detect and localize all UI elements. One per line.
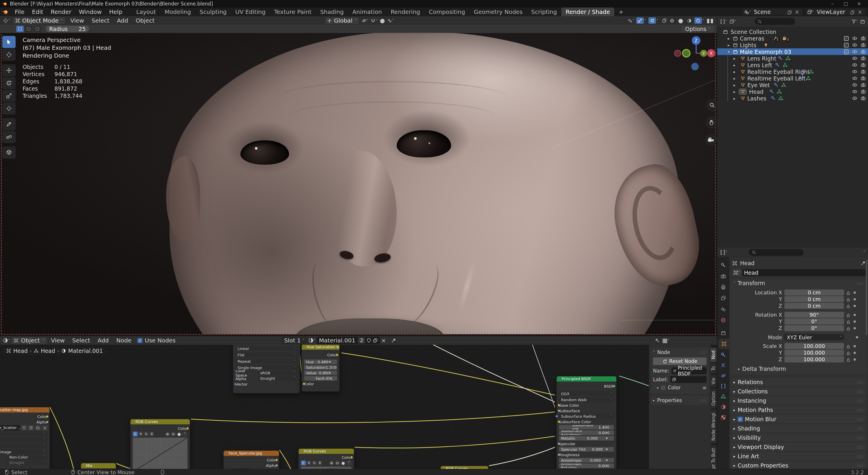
tab-scripting[interactable]: Scripting <box>527 7 561 16</box>
snap-target-icon[interactable]: ˅ <box>361 17 370 24</box>
node-header[interactable]: ˅RGB Curves <box>130 419 190 424</box>
outliner-row-realtime-eyeball-left[interactable]: ▸ Realtime Eyeball Left <box>717 75 868 82</box>
render-visibility-icon[interactable] <box>861 63 866 67</box>
fake-user-shield-icon[interactable] <box>367 338 371 343</box>
snap-node-icon[interactable]: ↖ <box>654 337 661 344</box>
channel-c-button[interactable]: C <box>301 461 306 466</box>
channel-r-button[interactable]: R <box>138 432 143 437</box>
channel-g-button[interactable]: G <box>144 432 149 437</box>
viewlayer-delete-icon[interactable]: × <box>856 9 864 15</box>
add-workspace-button[interactable]: + <box>614 7 628 16</box>
node-name-input[interactable]: Principled BSDF <box>672 367 707 374</box>
alpha-out-socket[interactable] <box>46 421 49 423</box>
transform-panel-header[interactable]: ˅ Transform :::: <box>731 279 866 287</box>
specular-socket[interactable] <box>558 442 560 445</box>
render-visibility-icon[interactable] <box>861 43 866 47</box>
tab-animation[interactable]: Animation <box>348 7 386 16</box>
interpolation-dropdown[interactable]: Linear˅ <box>236 346 298 351</box>
tab-view-layer[interactable] <box>717 293 730 303</box>
field-value[interactable]: 100.000 <box>784 343 844 349</box>
alpha-dropdown[interactable]: Straight˅ <box>7 461 47 465</box>
tab-render-shade[interactable]: Render / Shade <box>561 7 614 16</box>
tab-scene[interactable] <box>717 304 730 314</box>
lock-icon[interactable] <box>846 350 850 356</box>
render-visibility-icon[interactable] <box>861 56 866 60</box>
hue-field[interactable]: Hue0.480 <box>304 359 337 364</box>
tab-node-wrangler[interactable]: Node Wrangl <box>711 410 717 444</box>
render-visibility-icon[interactable] <box>861 50 866 54</box>
proportional-edit-icon[interactable]: ● <box>379 17 386 24</box>
node-menu-select[interactable]: Select <box>69 336 94 345</box>
metallic-field[interactable]: Metallic0.000 <box>559 436 614 441</box>
subsurface-radius-socket[interactable] <box>555 415 558 418</box>
outliner-row-lens-right[interactable]: ▸ Lens Right <box>717 55 868 62</box>
hide-eye-icon[interactable] <box>852 70 857 73</box>
panel-instancing[interactable]: ▸Instancing:::: <box>731 396 866 405</box>
curve-tools-icon[interactable]: ● <box>177 432 182 437</box>
tab-shading[interactable]: Shading <box>316 7 348 16</box>
collection-checkbox[interactable]: ✓ <box>844 36 848 41</box>
material-name-field[interactable]: Material.001 2 <box>316 337 380 344</box>
tab-object-data[interactable] <box>717 391 730 402</box>
falloff-curve-icon[interactable]: ∿˅ <box>626 17 636 24</box>
animate-dot[interactable] <box>854 327 856 329</box>
color-swatch-checkbox[interactable] <box>661 386 665 390</box>
node-panel-header[interactable]: ˅ Node :::: <box>653 349 707 355</box>
socket[interactable] <box>605 437 608 440</box>
outliner-row-male-exomorph[interactable]: ▾ Male Exomorph 03 ✓ <box>717 48 868 55</box>
color-space-dropdown[interactable]: Non-Color˅ <box>7 455 47 459</box>
viewport-menu-object[interactable]: Object <box>132 16 158 25</box>
lock-icon[interactable] <box>846 318 850 325</box>
curve-widget[interactable] <box>133 438 187 469</box>
curve-zoom-in-icon[interactable]: ⊕ <box>329 461 334 466</box>
select-mode-extend-icon[interactable] <box>25 26 32 32</box>
channel-c-button[interactable]: C <box>133 432 138 437</box>
open-folder-icon[interactable] <box>265 469 270 469</box>
outliner-row-eye-wet[interactable]: ▸ Eye Wet <box>717 82 868 88</box>
image-name[interactable]: Face_Scatter ... <box>0 425 20 431</box>
render-visibility-icon[interactable] <box>861 36 866 40</box>
viewport-menu-select[interactable]: Select <box>88 16 113 25</box>
socket[interactable] <box>605 459 608 462</box>
render-visibility-icon[interactable] <box>861 76 866 81</box>
tab-compositing[interactable]: Compositing <box>425 7 469 16</box>
node-header[interactable]: ˅Principled BSDF <box>557 376 616 382</box>
extension-dropdown[interactable]: Repeat˅ <box>236 359 298 363</box>
hide-eye-icon[interactable] <box>852 63 857 67</box>
tab-material[interactable] <box>717 402 730 412</box>
render-visibility-icon[interactable] <box>861 69 866 74</box>
animate-dot[interactable] <box>854 314 856 316</box>
lock-icon[interactable] <box>846 325 850 331</box>
motion-blur-checkbox[interactable]: ✓ <box>738 417 743 422</box>
subsurface-method-dropdown[interactable]: Random Walk˅ <box>559 397 614 402</box>
expand-icon[interactable]: ▸ <box>734 56 736 61</box>
viewport-menu-add[interactable]: Add <box>113 16 132 25</box>
subsurface-anisotropy-field[interactable]: Subsurface Anisotropy0.000 <box>559 431 614 435</box>
reset-node-button[interactable]: Reset Node <box>653 357 707 365</box>
lock-icon[interactable] <box>846 296 850 302</box>
lock-icon[interactable] <box>846 343 850 349</box>
select-mode-subtract-icon[interactable] <box>34 26 41 32</box>
field-value[interactable]: 100.000 <box>784 356 844 362</box>
bsdf-out-socket[interactable] <box>613 385 615 388</box>
animate-dot[interactable] <box>856 336 858 338</box>
hue-socket[interactable] <box>329 360 331 363</box>
scrollbar[interactable] <box>866 260 867 335</box>
value-socket[interactable] <box>329 372 331 374</box>
panel-shading[interactable]: ▸Shading:::: <box>731 424 866 433</box>
node-menu-view[interactable]: View <box>47 336 68 345</box>
node-header[interactable]: ˅RGB Curves <box>441 466 488 469</box>
tab-view[interactable]: Vie <box>711 375 717 387</box>
lock-icon[interactable] <box>846 290 850 296</box>
tab-texture[interactable] <box>717 412 730 423</box>
tab-options[interactable]: Option <box>711 388 717 409</box>
hide-eye-icon[interactable] <box>852 90 857 93</box>
node-header[interactable]: ˅Hue Saturation Value <box>302 345 339 350</box>
subsurface-socket[interactable] <box>558 409 560 412</box>
curve-options-icon[interactable]: ˅ <box>182 432 187 437</box>
menu-render[interactable]: Render <box>47 7 75 16</box>
expand-icon[interactable]: ▸ <box>728 36 730 41</box>
tab-render[interactable] <box>717 271 730 281</box>
tab-uv-editing[interactable]: UV Editing <box>231 7 270 16</box>
hide-eye-icon[interactable] <box>852 56 857 60</box>
